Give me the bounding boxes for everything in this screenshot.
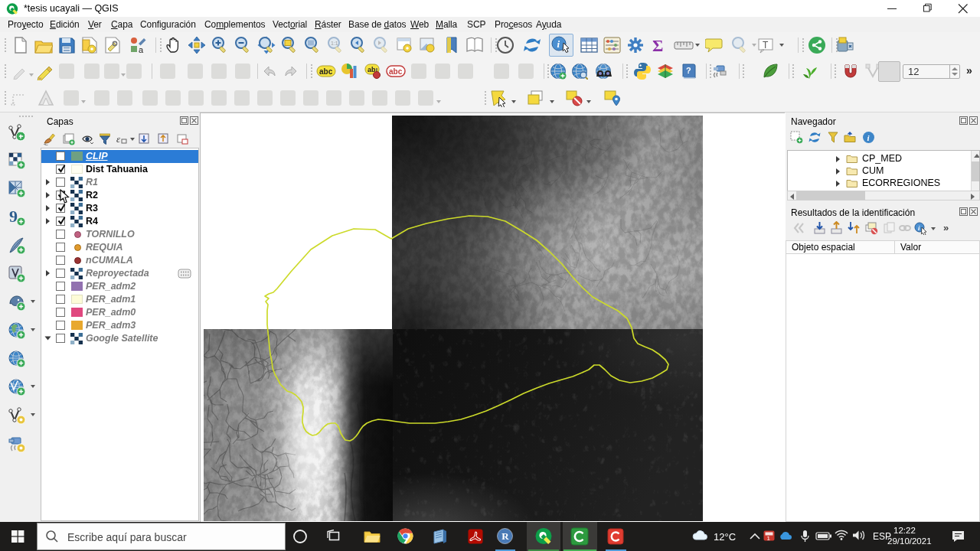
- svg-text:ε: ε: [116, 133, 121, 145]
- svg-text:Σ: Σ: [652, 37, 663, 54]
- svg-text:9: 9: [9, 208, 18, 226]
- svg-text:abc: abc: [389, 67, 403, 76]
- svg-text:T: T: [763, 40, 769, 51]
- svg-text:?: ?: [686, 66, 691, 75]
- svg-text:R: R: [501, 530, 509, 542]
- svg-text:1:1: 1:1: [331, 41, 338, 46]
- svg-text:abc: abc: [319, 67, 333, 76]
- svg-text:a: a: [139, 45, 144, 54]
- svg-text:1: 1: [767, 535, 771, 542]
- svg-text:i: i: [557, 38, 560, 50]
